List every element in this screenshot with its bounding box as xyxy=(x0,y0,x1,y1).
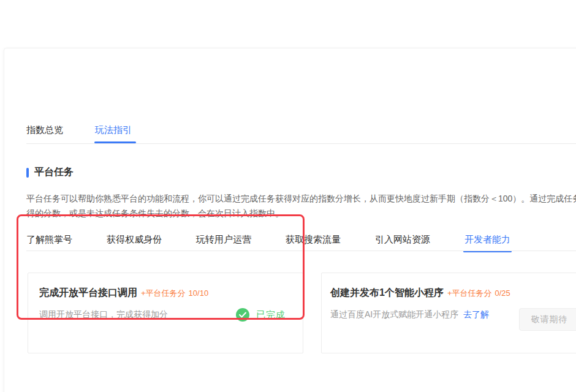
task-title-row: 完成开放平台接口调用 +平台任务分10/10 xyxy=(39,287,208,300)
tab-index-overview[interactable]: 指数总览 xyxy=(26,124,63,136)
tab-separator-line xyxy=(26,143,576,144)
task-title-row: 创建并发布1个智能小程序 +平台任务分0/25 xyxy=(330,287,510,300)
task-category-tabs: 了解熊掌号 获得权威身份 玩转用户运营 获取搜索流量 引入网站资源 开发者能力 xyxy=(26,234,510,246)
task-description-row: 通过百度AI开放式赋能开通小程序 去了解 xyxy=(330,309,489,320)
task-score: +平台任务分0/25 xyxy=(447,288,510,299)
subtab-user-operation[interactable]: 玩转用户运营 xyxy=(196,234,251,246)
section-accent-bar xyxy=(26,168,29,178)
task-score-value: 0/25 xyxy=(495,288,510,298)
task-title: 创建并发布1个智能小程序 xyxy=(330,287,444,300)
page: 指数总览 玩法指引 平台任务 平台任务可以帮助你熟悉平台的功能和流程，你可以通过… xyxy=(0,0,576,392)
subtab-search-traffic[interactable]: 获取搜索流量 xyxy=(286,234,341,246)
subtab-know-xiongzhang[interactable]: 了解熊掌号 xyxy=(26,234,72,246)
tab-play-guide[interactable]: 玩法指引 xyxy=(95,124,132,136)
task-description-row: 调用开放平台接口，完成获得加分 xyxy=(39,309,168,320)
task-score: +平台任务分10/10 xyxy=(141,288,208,299)
task-card-api-call: 完成开放平台接口调用 +平台任务分10/10 调用开放平台接口，完成获得加分 已… xyxy=(28,273,303,353)
description-line: 平台任务可以帮助你熟悉平台的功能和流程，你可以通过完成任务获得对应的指数分增长，… xyxy=(26,191,576,206)
section-description: 平台任务可以帮助你熟悉平台的功能和流程，你可以通过完成任务获得对应的指数分增长，… xyxy=(26,191,576,221)
task-status-label: 已完成 xyxy=(256,309,286,321)
coming-soon-button[interactable]: 敬请期待 xyxy=(519,308,576,331)
subtab-authority-identity[interactable]: 获得权威身份 xyxy=(107,234,162,246)
task-score-label: +平台任务分 xyxy=(447,288,492,298)
task-score-value: 10/10 xyxy=(189,288,209,298)
task-status: 已完成 xyxy=(236,308,286,322)
task-title: 完成开放平台接口调用 xyxy=(39,287,137,300)
description-line: 得的分数，或是未达成任务条件失去的分数，会在次日计入指数中。 xyxy=(26,206,576,221)
content-panel: 指数总览 玩法指引 平台任务 平台任务可以帮助你熟悉平台的功能和流程，你可以通过… xyxy=(4,48,576,392)
section-title: 平台任务 xyxy=(34,166,74,179)
subtab-site-resources[interactable]: 引入网站资源 xyxy=(375,234,430,246)
task-score-label: +平台任务分 xyxy=(141,288,186,298)
learn-more-link[interactable]: 去了解 xyxy=(463,309,489,320)
task-description: 调用开放平台接口，完成获得加分 xyxy=(39,309,168,320)
check-circle-icon xyxy=(236,308,249,322)
task-card-mini-program: 创建并发布1个智能小程序 +平台任务分0/25 通过百度AI开放式赋能开通小程序… xyxy=(321,273,576,353)
task-description: 通过百度AI开放式赋能开通小程序 xyxy=(330,309,458,320)
subtab-separator-line xyxy=(26,251,576,251)
subtab-developer-ability[interactable]: 开发者能力 xyxy=(464,234,510,246)
section-header: 平台任务 xyxy=(26,166,74,179)
